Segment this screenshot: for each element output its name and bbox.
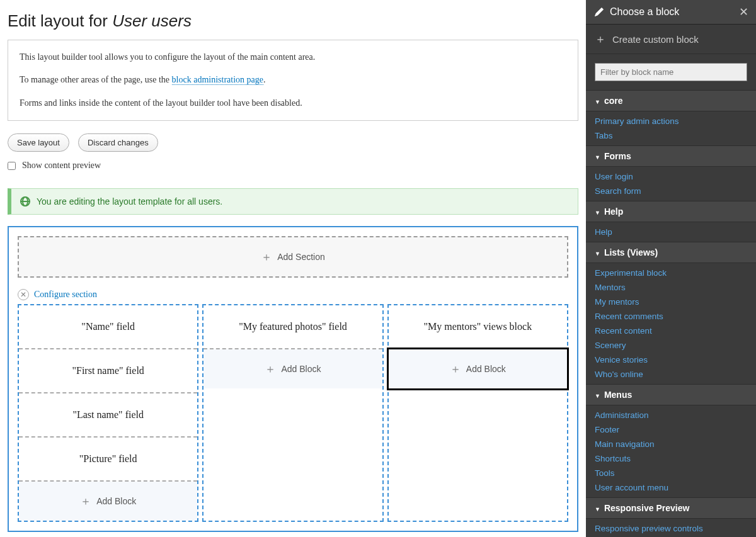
block-link[interactable]: Tools [586, 466, 756, 480]
status-text: You are editing the layout template for … [37, 196, 222, 206]
block-link[interactable]: Search form [586, 184, 756, 198]
category-menus[interactable]: Menus [586, 384, 756, 405]
category-group: Responsive preview controls [586, 519, 756, 537]
info-p2: To manage other areas of the page, use t… [20, 73, 566, 87]
section-columns: "Name" field "First name" field "Last na… [18, 304, 568, 522]
category-group: Experimental blockMentorsMy mentorsRecen… [586, 263, 756, 384]
category-responsive-preview[interactable]: Responsive Preview [586, 497, 756, 519]
close-icon[interactable]: ✕ [739, 5, 748, 19]
category-lists-views-[interactable]: Lists (Views) [586, 242, 756, 263]
layout-builder: ＋ Add Section ✕ Configure section "Name"… [8, 226, 578, 532]
show-preview-label: Show content preview [22, 161, 101, 171]
sidebar-search [586, 54, 756, 90]
block-link[interactable]: Tabs [586, 128, 756, 143]
plus-icon: ＋ [265, 363, 276, 375]
section-header: ✕ Configure section [18, 289, 568, 300]
block-link[interactable]: Recent content [586, 324, 756, 338]
block-link[interactable]: Mentors [586, 280, 756, 295]
info-p3: Forms and links inside the content of th… [20, 96, 566, 110]
add-section-button[interactable]: ＋ Add Section [18, 236, 568, 278]
block-lastname-field[interactable]: "Last name" field [19, 393, 197, 438]
category-help[interactable]: Help [586, 201, 756, 222]
plus-icon: ＋ [80, 495, 91, 507]
add-block-col1[interactable]: ＋ Add Block [19, 482, 197, 521]
title-entity: User users [112, 11, 192, 30]
info-box: This layout builder tool allows you to c… [8, 40, 578, 121]
block-link[interactable]: Main navigation [586, 437, 756, 451]
category-forms[interactable]: Forms [586, 145, 756, 167]
block-link[interactable]: Recent comments [586, 309, 756, 324]
column-1: "Name" field "First name" field "Last na… [18, 304, 198, 522]
add-block-col3[interactable]: ＋ Add Block [389, 349, 567, 388]
add-block-col2[interactable]: ＋ Add Block [203, 349, 382, 388]
block-featured-photos-field[interactable]: "My featured photos" field [203, 305, 382, 349]
category-group: Help [586, 222, 756, 242]
block-link[interactable]: Administration [586, 408, 756, 422]
save-layout-button[interactable]: Save layout [8, 133, 69, 152]
remove-section-icon[interactable]: ✕ [18, 289, 29, 300]
block-name-field[interactable]: "Name" field [19, 305, 197, 349]
block-admin-link[interactable]: block administration page [172, 75, 263, 85]
category-group: User loginSearch form [586, 167, 756, 201]
pencil-icon [595, 8, 604, 16]
actions-row: Save layout Discard changes [8, 133, 578, 152]
block-link[interactable]: Help [586, 225, 756, 239]
info-p1: This layout builder tool allows you to c… [20, 50, 566, 64]
block-firstname-field[interactable]: "First name" field [19, 349, 197, 393]
create-custom-block[interactable]: ＋ Create custom block [586, 25, 756, 54]
block-link[interactable]: Experimental block [586, 266, 756, 280]
category-core[interactable]: core [586, 90, 756, 111]
block-link[interactable]: User account menu [586, 480, 756, 495]
status-message: You are editing the layout template for … [8, 188, 578, 215]
column-3: "My mentors" views block ＋ Add Block [387, 304, 568, 522]
discard-changes-button[interactable]: Discard changes [78, 133, 158, 152]
configure-section-link[interactable]: Configure section [34, 290, 97, 300]
plus-icon: ＋ [261, 251, 272, 263]
sidebar-title: Choose a block ✕ [586, 0, 756, 25]
plus-icon: ＋ [450, 363, 461, 375]
block-my-mentors-views[interactable]: "My mentors" views block [389, 305, 567, 349]
filter-input[interactable] [595, 63, 747, 81]
show-preview-checkbox[interactable] [8, 162, 16, 170]
page-title: Edit layout for User users [8, 11, 578, 31]
plus-icon: ＋ [595, 33, 606, 45]
block-link[interactable]: Primary admin actions [586, 114, 756, 128]
block-link[interactable]: User login [586, 169, 756, 184]
title-prefix: Edit layout for [8, 11, 112, 30]
block-link[interactable]: My mentors [586, 295, 756, 309]
block-link[interactable]: Responsive preview controls [586, 521, 756, 536]
column-2: "My featured photos" field ＋ Add Block [202, 304, 383, 522]
block-link[interactable]: Footer [586, 422, 756, 437]
show-preview-row[interactable]: Show content preview [8, 161, 578, 171]
category-group: Primary admin actionsTabs [586, 111, 756, 145]
block-link[interactable]: Shortcuts [586, 451, 756, 466]
globe-icon [20, 196, 30, 206]
block-sidebar: Choose a block ✕ ＋ Create custom block c… [586, 0, 756, 537]
block-link[interactable]: Who's online [586, 367, 756, 382]
category-group: AdministrationFooterMain navigationShort… [586, 405, 756, 497]
block-picture-field[interactable]: "Picture" field [19, 438, 197, 482]
block-link[interactable]: Scenery [586, 338, 756, 353]
block-link[interactable]: Venice stories [586, 353, 756, 367]
